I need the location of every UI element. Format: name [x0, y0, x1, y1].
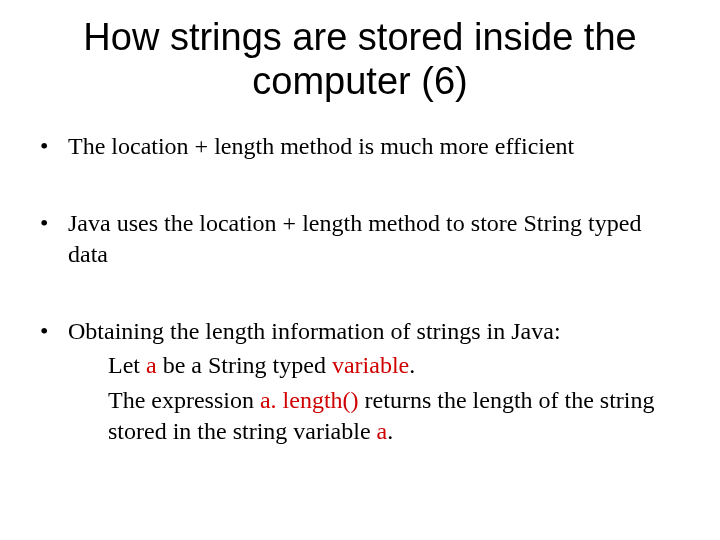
- slide-title: How strings are stored inside the comput…: [40, 16, 680, 103]
- bullet-list: The location + length method is much mor…: [40, 131, 680, 446]
- sub-2-red-length: a. length(): [260, 387, 359, 413]
- bullet-item-2: Java uses the location + length method t…: [40, 208, 680, 269]
- sub-1-part-a: Let: [108, 352, 146, 378]
- sub-1-red-a: a: [146, 352, 157, 378]
- sub-2-part-a: The expression: [108, 387, 260, 413]
- slide: How strings are stored inside the comput…: [0, 0, 720, 540]
- bullet-item-1: The location + length method is much mor…: [40, 131, 680, 162]
- sub-2-red-a: a: [377, 418, 388, 444]
- bullet-item-3: Obtaining the length information of stri…: [40, 316, 680, 447]
- bullet-3-text: Obtaining the length information of stri…: [68, 318, 561, 344]
- sub-1-part-b: be a String typed: [157, 352, 332, 378]
- sub-line-2: The expression a. length() returns the l…: [108, 385, 680, 446]
- sub-2-part-c: .: [387, 418, 393, 444]
- sub-1-part-c: .: [409, 352, 415, 378]
- sub-line-1: Let a be a String typed variable.: [108, 350, 680, 381]
- sub-1-red-variable: variable: [332, 352, 409, 378]
